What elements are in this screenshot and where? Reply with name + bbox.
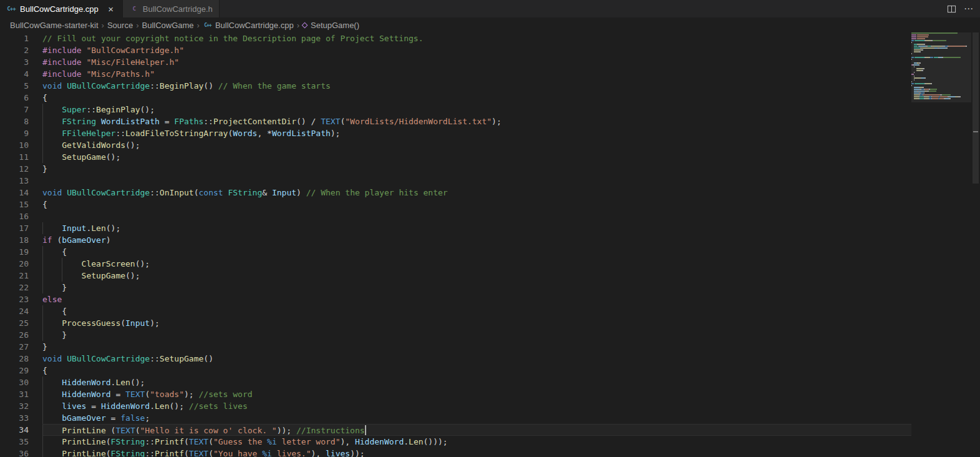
code-line[interactable]: 10GetValidWords(); (0, 139, 911, 151)
close-tab-icon[interactable]: × (106, 4, 116, 14)
line-number[interactable]: 30 (0, 376, 29, 388)
code-line[interactable]: 7Super::BeginPlay(); (0, 104, 911, 115)
breadcrumb-item-source[interactable]: Source (107, 21, 133, 30)
code-line[interactable]: 4#include "Misc/Paths.h" (0, 68, 911, 80)
line-number[interactable]: 36 (0, 448, 29, 457)
more-actions-icon[interactable]: ⋯ (964, 3, 974, 14)
code-line[interactable]: 11SetupGame(); (0, 151, 911, 163)
code-line[interactable]: 25ProcessGuess(Input); (0, 317, 911, 329)
code-token: FString (111, 449, 145, 457)
line-number[interactable]: 18 (0, 234, 29, 246)
code-line[interactable]: 5void UBullCowCartridge::BeginPlay() // … (0, 80, 911, 92)
code-line[interactable]: 28void UBullCowCartridge::SetupGame() (0, 353, 911, 365)
minimap-line (911, 98, 971, 99)
line-number[interactable]: 34 (0, 424, 29, 436)
line-number[interactable]: 8 (0, 115, 29, 127)
code-line[interactable]: 30HiddenWord.Len(); (0, 376, 911, 388)
line-number[interactable]: 21 (0, 270, 29, 282)
code-token: BeginPlay (160, 81, 203, 91)
code-line[interactable]: 23else (0, 293, 911, 305)
code-line[interactable]: 1// Fill out your copyright notice in th… (0, 32, 911, 44)
breadcrumb-item-bullcowgame[interactable]: BullCowGame (142, 21, 193, 30)
code-line[interactable]: 21SetupGame(); (0, 270, 911, 282)
code-line[interactable]: 15{ (0, 199, 911, 210)
code-token: Super (62, 105, 86, 114)
code-line[interactable]: 32lives = HiddenWord.Len(); //sets lives (0, 400, 911, 412)
line-number[interactable]: 19 (0, 246, 29, 258)
code-line[interactable]: 17Input.Len(); (0, 222, 911, 234)
line-number[interactable]: 33 (0, 412, 29, 424)
code-line[interactable]: 2#include "BullCowCartridge.h" (0, 44, 911, 56)
code-line[interactable]: 31HiddenWord = TEXT("toads"); //sets wor… (0, 388, 911, 400)
line-number[interactable]: 31 (0, 388, 29, 400)
line-number[interactable]: 14 (0, 187, 29, 199)
line-number[interactable]: 17 (0, 222, 29, 234)
line-number[interactable]: 15 (0, 199, 29, 210)
code-line[interactable]: 34PrintLine (TEXT("Hello it is cow o' cl… (0, 424, 911, 436)
line-number[interactable]: 25 (0, 317, 29, 329)
tab-bullcowcartridge-cpp[interactable]: C++ BullCowCartridge.cpp × (0, 0, 123, 17)
code-token: PrintLine (62, 449, 105, 457)
code-line[interactable]: 3#include "Misc/FileHelper.h" (0, 56, 911, 68)
line-number[interactable]: 13 (0, 175, 29, 187)
line-content: HiddenWord.Len(); (42, 376, 911, 388)
code-line[interactable]: 33bGameOver = false; (0, 412, 911, 424)
code-line[interactable]: 9FFileHelper::LoadFileToStringArray(Word… (0, 127, 911, 139)
line-number[interactable]: 20 (0, 258, 29, 270)
line-number[interactable]: 11 (0, 151, 29, 163)
code-line[interactable]: 27} (0, 341, 911, 353)
code-line[interactable]: 13 (0, 175, 911, 187)
line-number[interactable]: 1 (0, 32, 29, 44)
code-line[interactable]: 16 (0, 210, 911, 222)
line-number[interactable]: 2 (0, 44, 29, 56)
minimap-line (911, 74, 971, 75)
line-number[interactable]: 10 (0, 139, 29, 151)
code-line[interactable]: 12} (0, 163, 911, 175)
breadcrumb-item-symbol[interactable]: SetupGame() (303, 21, 359, 30)
code-token: } (62, 330, 67, 340)
line-number[interactable]: 16 (0, 210, 29, 222)
line-number[interactable]: 5 (0, 80, 29, 92)
line-content: lives = HiddenWord.Len(); //sets lives (42, 400, 911, 412)
line-number[interactable]: 29 (0, 365, 29, 376)
code-line[interactable]: 18if (bGameOver) (0, 234, 911, 246)
tab-bullcowcartridge-h[interactable]: C BullCowCartridge.h (123, 0, 220, 17)
code-editor[interactable]: 1// Fill out your copyright notice in th… (0, 32, 911, 457)
code-line[interactable]: 19{ (0, 246, 911, 258)
line-number[interactable]: 3 (0, 56, 29, 68)
code-token (96, 117, 101, 126)
code-line[interactable]: 8FString WordListPath = FPaths::ProjectC… (0, 115, 911, 127)
code-line[interactable]: 36PrintLine(FString::Printf(TEXT("You ha… (0, 448, 911, 457)
code-line[interactable]: 22} (0, 282, 911, 293)
line-number[interactable]: 28 (0, 353, 29, 365)
line-number[interactable]: 23 (0, 293, 29, 305)
code-line[interactable]: 35PrintLine(FString::Printf(TEXT("Guess … (0, 436, 911, 448)
line-number[interactable]: 9 (0, 127, 29, 139)
line-number[interactable]: 32 (0, 400, 29, 412)
minimap[interactable] (911, 32, 971, 457)
breadcrumb-item-file[interactable]: C++ BullCowCartridge.cpp (203, 21, 294, 30)
code-token: #include (42, 46, 82, 55)
line-number[interactable]: 12 (0, 163, 29, 175)
code-line[interactable]: 6{ (0, 92, 911, 104)
minimap-token (942, 94, 950, 96)
line-number[interactable]: 6 (0, 92, 29, 104)
code-line[interactable]: 29{ (0, 365, 911, 376)
line-number[interactable]: 4 (0, 68, 29, 80)
line-number[interactable]: 22 (0, 282, 29, 293)
line-number[interactable]: 24 (0, 305, 29, 317)
split-editor-icon[interactable] (947, 4, 956, 14)
line-content: #include "Misc/Paths.h" (42, 68, 911, 80)
line-number[interactable]: 35 (0, 436, 29, 448)
breadcrumb-item-project[interactable]: BullCowGame-starter-kit (10, 21, 99, 30)
code-token: ), (340, 437, 354, 446)
line-number[interactable]: 27 (0, 341, 29, 353)
vertical-scrollbar[interactable] (971, 32, 980, 457)
code-line[interactable]: 24{ (0, 305, 911, 317)
scrollbar-thumb[interactable] (973, 32, 979, 184)
line-number[interactable]: 26 (0, 329, 29, 341)
code-line[interactable]: 20ClearScreen(); (0, 258, 911, 270)
line-number[interactable]: 7 (0, 104, 29, 115)
code-line[interactable]: 26} (0, 329, 911, 341)
code-line[interactable]: 14void UBullCowCartridge::OnInput(const … (0, 187, 911, 199)
